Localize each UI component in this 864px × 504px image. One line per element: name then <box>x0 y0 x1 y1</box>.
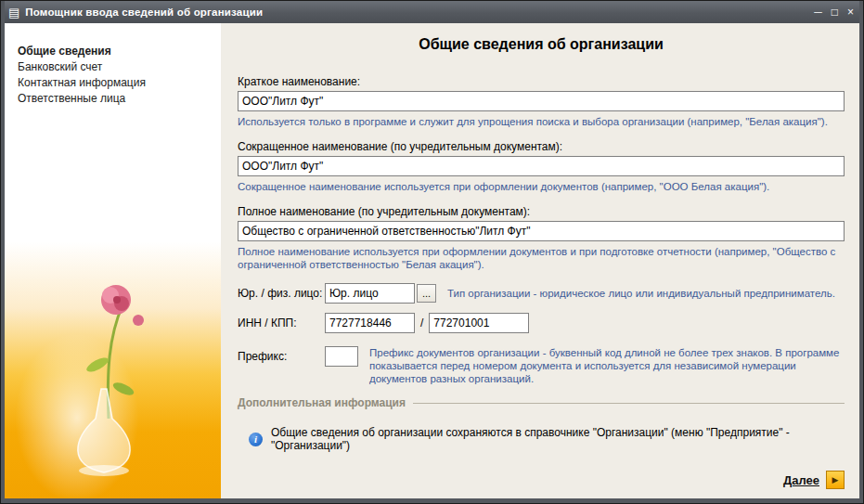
sidebar-item-responsible-persons[interactable]: Ответственные лица <box>18 91 221 107</box>
full-name-hint: Полное наименование используется при офо… <box>238 245 845 271</box>
main-panel: Общие сведения об организации Краткое на… <box>221 23 859 498</box>
rose-vase-graphic <box>34 279 174 478</box>
sidebar-item-contact-info[interactable]: Контактная информация <box>18 75 221 91</box>
inn-kpp-row: ИНН / КПП: / <box>238 313 845 333</box>
prefix-row: Префикс: Префикс документов организации … <box>238 346 845 385</box>
kpp-input[interactable] <box>429 313 529 333</box>
wizard-steps-sidebar: Общие сведения Банковский счет Контактна… <box>5 23 221 498</box>
inn-kpp-label: ИНН / КПП: <box>238 317 325 330</box>
legal-type-input[interactable] <box>325 283 415 304</box>
app-icon: ▤ <box>8 6 19 19</box>
minimize-button[interactable]: ─ <box>814 6 822 19</box>
legal-type-picker-button[interactable]: ... <box>417 284 436 303</box>
wizard-window: ▤ Помощник ввода сведений об организации… <box>0 0 864 504</box>
abbrev-name-label: Сокращенное наименование (по учредительн… <box>238 140 845 153</box>
prefix-label: Префикс: <box>238 346 325 363</box>
maximize-button[interactable]: □ <box>832 6 838 19</box>
next-button[interactable]: ▶ <box>826 471 845 489</box>
prefix-input[interactable] <box>325 346 358 367</box>
short-name-label: Краткое наименование: <box>238 75 845 88</box>
full-name-label: Полное наименование (по учредительным до… <box>238 205 845 218</box>
section-divider-line <box>413 403 845 404</box>
full-name-input[interactable] <box>238 221 845 241</box>
window-title: Помощник ввода сведений об организации <box>25 6 814 18</box>
inn-input[interactable] <box>325 313 415 333</box>
abbrev-name-hint: Сокращенное наименование используется пр… <box>238 180 845 193</box>
info-note-text: Общие сведения об организации сохраняютс… <box>271 426 845 452</box>
short-name-hint: Используется только в программе и служит… <box>238 115 845 128</box>
legal-type-row: Юр. / физ. лицо: ... Тип организации - ю… <box>238 283 845 304</box>
sidebar-item-general[interactable]: Общие сведения <box>18 44 221 59</box>
next-link[interactable]: Далее <box>783 473 819 487</box>
additional-info-section-title: Дополнительная информация <box>238 396 406 409</box>
legal-type-label: Юр. / физ. лицо: <box>238 287 325 300</box>
wizard-steps-list: Общие сведения Банковский счет Контактна… <box>5 23 221 107</box>
window-controls: ─ □ × <box>814 6 858 19</box>
titlebar: ▤ Помощник ввода сведений об организации… <box>5 1 859 23</box>
close-button[interactable]: × <box>847 6 854 19</box>
legal-type-hint: Тип организации - юридическое лицо или и… <box>447 287 845 300</box>
inn-kpp-separator: / <box>420 317 423 330</box>
page-title: Общие сведения об организации <box>238 36 845 53</box>
prefix-hint: Префикс документов организации - буквенн… <box>369 346 845 385</box>
wizard-footer: Далее ▶ <box>783 471 845 489</box>
sidebar-item-bank-account[interactable]: Банковский счет <box>18 59 221 75</box>
short-name-input[interactable] <box>238 91 845 111</box>
next-arrow-icon: ▶ <box>832 475 839 485</box>
abbrev-name-input[interactable] <box>238 156 845 176</box>
info-note: i Общие сведения об организации сохраняю… <box>238 426 845 452</box>
info-icon: i <box>249 433 263 446</box>
additional-info-section: Дополнительная информация <box>238 396 845 409</box>
